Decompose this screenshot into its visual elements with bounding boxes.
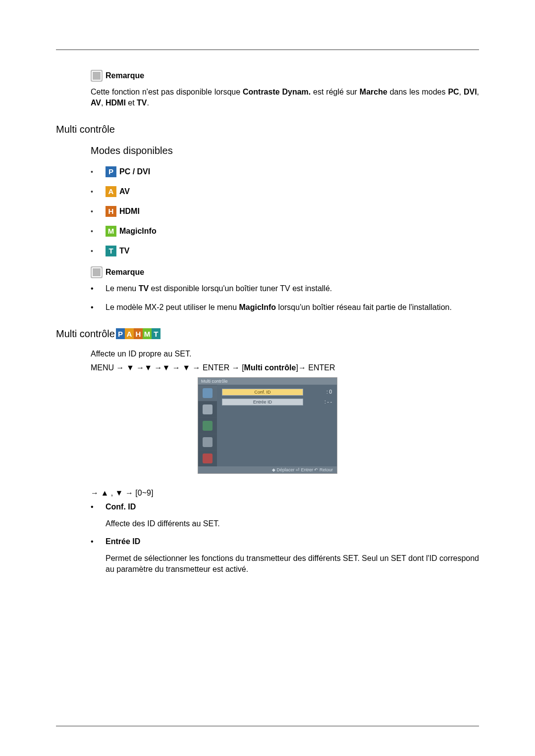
note-label: Remarque: [106, 71, 144, 80]
osd-side-2: [198, 401, 217, 417]
osd-screenshot: Multi contrôle Conf. ID: 0Entrée ID: - -…: [198, 377, 337, 474]
definition-item: Entrée IDPermet de sélectionner les fonc…: [91, 537, 479, 575]
osd-field-label: Entrée ID: [222, 399, 303, 405]
note-list-2: Le menu TV est disponible lorsqu'un boît…: [91, 283, 479, 313]
osd-field-value: : - -: [303, 399, 332, 404]
mode-icon-t: T: [106, 246, 116, 256]
mode-label: AV: [119, 187, 130, 196]
osd-main: Conf. ID: 0Entrée ID: - -: [217, 385, 337, 466]
mode-icon-strip: PAHMT: [116, 328, 160, 339]
mode-icon-m: M: [106, 226, 116, 237]
affecte-text: Affecte un ID propre au SET.: [91, 350, 479, 358]
osd-footer: ◆ Déplacer ⏎ Entrer ↶ Retour: [198, 466, 337, 473]
arrows-range: → ▲ , ▼ → [0~9]: [91, 489, 479, 498]
mode-icon-h: H: [106, 206, 116, 217]
osd-side-3: [198, 417, 217, 434]
mode-label: HDMI: [119, 207, 140, 216]
heading-multi-controle: Multi contrôle: [56, 124, 479, 135]
strip-icon-t: T: [152, 328, 160, 339]
mode-icon-a: A: [106, 186, 116, 197]
note1-text: Cette fonction n'est pas disponible lors…: [91, 87, 479, 109]
osd-field-value: : 0: [303, 389, 332, 395]
mode-label: MagicInfo: [119, 227, 157, 236]
definition-term: Conf. ID: [106, 503, 479, 511]
bottom-divider: [56, 726, 479, 726]
strip-icon-h: H: [134, 328, 143, 339]
osd-title: Multi contrôle: [198, 378, 337, 385]
nav-path: MENU → ▼ →▼ →▼ → ▼ → ENTER → [Multi cont…: [91, 363, 479, 372]
definition-term: Entrée ID: [106, 537, 479, 546]
mode-label: TV: [119, 247, 129, 255]
top-divider: [56, 50, 479, 50]
mode-item: P PC / DVI: [91, 166, 479, 177]
definition-desc: Affecte des ID différents au SET.: [106, 518, 479, 529]
osd-side-1: [198, 385, 217, 401]
mode-item: M MagicInfo: [91, 226, 479, 237]
strip-icon-p: P: [116, 328, 125, 339]
osd-row: Conf. ID: 0: [222, 389, 332, 396]
note-icon: [91, 70, 103, 82]
osd-side-5: [198, 450, 217, 466]
mode-item: H HDMI: [91, 206, 479, 217]
strip-icon-a: A: [125, 328, 134, 339]
osd-sidebar: [198, 385, 217, 466]
note-icon: [91, 266, 103, 278]
heading-multi-controle-2: Multi contrôle: [56, 328, 115, 340]
heading-modes-disponibles: Modes disponibles: [91, 145, 479, 156]
mode-label: PC / DVI: [119, 167, 150, 176]
note-mx2: Le modèle MX-2 peut utiliser le menu Mag…: [91, 302, 479, 313]
modes-list: P PC / DVIA AVH HDMIM MagicInfoT TV: [91, 166, 479, 256]
strip-icon-m: M: [143, 328, 152, 339]
mode-icon-p: P: [106, 166, 116, 177]
mode-item: A AV: [91, 186, 479, 197]
osd-field-label: Conf. ID: [222, 389, 303, 396]
definition-item: Conf. IDAffecte des ID différents au SET…: [91, 503, 479, 529]
note-tv: Le menu TV est disponible lorsqu'un boît…: [91, 283, 479, 294]
osd-side-4: [198, 434, 217, 450]
definitions-list: Conf. IDAffecte des ID différents au SET…: [91, 503, 479, 575]
mode-item: T TV: [91, 246, 479, 256]
definition-desc: Permet de sélectionner les fonctions du …: [106, 553, 479, 575]
osd-row: Entrée ID: - -: [222, 399, 332, 405]
note-label: Remarque: [106, 268, 144, 277]
